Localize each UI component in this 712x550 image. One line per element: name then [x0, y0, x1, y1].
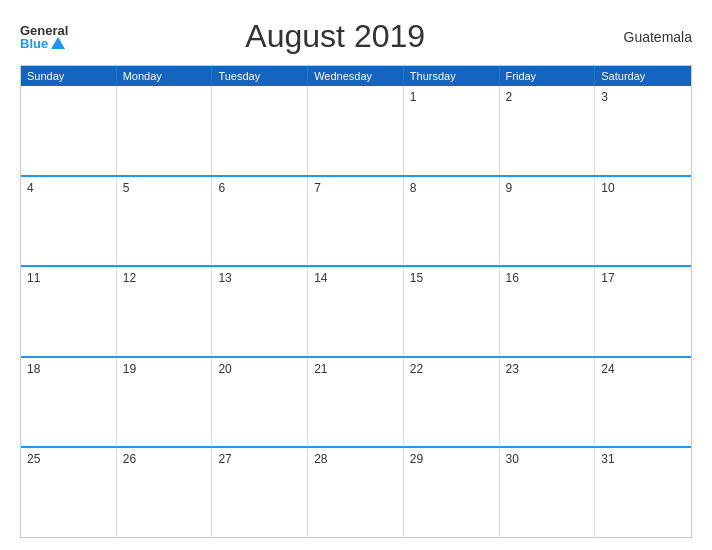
day-number: 30 [506, 452, 519, 466]
month-title: August 2019 [68, 18, 602, 55]
day-cell [212, 86, 308, 175]
day-number: 13 [218, 271, 231, 285]
day-cell: 8 [404, 177, 500, 266]
header-sunday: Sunday [21, 66, 117, 86]
logo-triangle-icon [51, 37, 65, 49]
day-cell: 5 [117, 177, 213, 266]
header-tuesday: Tuesday [212, 66, 308, 86]
day-cell [21, 86, 117, 175]
day-number: 22 [410, 362, 423, 376]
day-cell: 13 [212, 267, 308, 356]
day-cell: 11 [21, 267, 117, 356]
day-number: 9 [506, 181, 513, 195]
day-number: 23 [506, 362, 519, 376]
day-cell: 21 [308, 358, 404, 447]
header: General Blue August 2019 Guatemala [20, 18, 692, 55]
calendar-grid: Sunday Monday Tuesday Wednesday Thursday… [20, 65, 692, 538]
day-cell: 19 [117, 358, 213, 447]
day-cell: 31 [595, 448, 691, 537]
week-row-3: 11121314151617 [21, 265, 691, 356]
day-cell: 4 [21, 177, 117, 266]
week-row-5: 25262728293031 [21, 446, 691, 537]
day-cell: 9 [500, 177, 596, 266]
day-cell: 1 [404, 86, 500, 175]
day-cell: 16 [500, 267, 596, 356]
day-cell: 15 [404, 267, 500, 356]
day-number: 20 [218, 362, 231, 376]
day-cell: 28 [308, 448, 404, 537]
day-cell: 29 [404, 448, 500, 537]
day-cell: 7 [308, 177, 404, 266]
day-number: 15 [410, 271, 423, 285]
day-cell: 20 [212, 358, 308, 447]
day-cell: 10 [595, 177, 691, 266]
calendar-page: General Blue August 2019 Guatemala Sunda… [0, 0, 712, 550]
day-number: 28 [314, 452, 327, 466]
day-cell: 14 [308, 267, 404, 356]
day-number: 6 [218, 181, 225, 195]
day-number: 1 [410, 90, 417, 104]
day-number: 24 [601, 362, 614, 376]
day-number: 16 [506, 271, 519, 285]
week-row-4: 18192021222324 [21, 356, 691, 447]
day-headers-row: Sunday Monday Tuesday Wednesday Thursday… [21, 66, 691, 86]
day-number: 7 [314, 181, 321, 195]
day-number: 5 [123, 181, 130, 195]
day-cell: 26 [117, 448, 213, 537]
header-monday: Monday [117, 66, 213, 86]
week-row-1: 123 [21, 86, 691, 175]
day-cell: 27 [212, 448, 308, 537]
weeks-container: 1234567891011121314151617181920212223242… [21, 86, 691, 537]
header-wednesday: Wednesday [308, 66, 404, 86]
day-number: 4 [27, 181, 34, 195]
logo-general-text: General [20, 24, 68, 37]
day-number: 17 [601, 271, 614, 285]
day-number: 19 [123, 362, 136, 376]
day-number: 26 [123, 452, 136, 466]
day-number: 3 [601, 90, 608, 104]
day-cell: 12 [117, 267, 213, 356]
day-cell: 18 [21, 358, 117, 447]
day-number: 29 [410, 452, 423, 466]
day-number: 25 [27, 452, 40, 466]
day-number: 31 [601, 452, 614, 466]
day-number: 27 [218, 452, 231, 466]
day-number: 11 [27, 271, 40, 285]
header-thursday: Thursday [404, 66, 500, 86]
day-cell [308, 86, 404, 175]
day-number: 18 [27, 362, 40, 376]
logo: General Blue [20, 24, 68, 50]
day-number: 12 [123, 271, 136, 285]
day-cell: 17 [595, 267, 691, 356]
day-cell: 3 [595, 86, 691, 175]
logo-blue-text: Blue [20, 37, 65, 50]
week-row-2: 45678910 [21, 175, 691, 266]
day-cell: 30 [500, 448, 596, 537]
day-cell: 22 [404, 358, 500, 447]
day-cell: 25 [21, 448, 117, 537]
header-friday: Friday [500, 66, 596, 86]
day-cell: 2 [500, 86, 596, 175]
header-saturday: Saturday [595, 66, 691, 86]
day-cell [117, 86, 213, 175]
day-cell: 24 [595, 358, 691, 447]
day-cell: 6 [212, 177, 308, 266]
day-number: 21 [314, 362, 327, 376]
country-label: Guatemala [602, 29, 692, 45]
day-number: 8 [410, 181, 417, 195]
day-cell: 23 [500, 358, 596, 447]
day-number: 10 [601, 181, 614, 195]
day-number: 2 [506, 90, 513, 104]
day-number: 14 [314, 271, 327, 285]
